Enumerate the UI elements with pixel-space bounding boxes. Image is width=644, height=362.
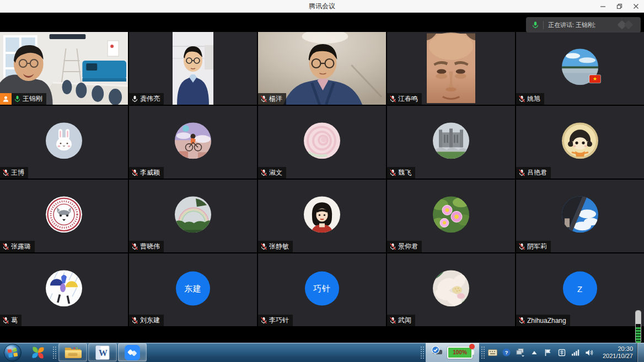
mic-muted-icon	[131, 317, 138, 324]
mic-muted-icon	[2, 169, 9, 176]
word-icon: W	[95, 345, 110, 360]
participant-tile[interactable]: 吕艳君	[516, 106, 644, 179]
window-titlebar: 腾讯会议	[0, 0, 644, 13]
word-taskbar-button[interactable]: W	[88, 343, 117, 361]
participant-tile[interactable]: 葛	[0, 253, 128, 326]
ime-keyboard-icon[interactable]	[488, 347, 497, 358]
participant-namebar: 龚伟亮	[129, 93, 164, 105]
participant-grid: 王锦刚龚伟亮楊洋江春鸣★姚旭王博李威颖淑文魏飞吕艳君张露璐曹晓伟张静敏景仰君阴军…	[0, 32, 644, 326]
speaking-text: 正在讲话: 王锦刚;	[548, 21, 595, 29]
participant-tile[interactable]: 楊洋	[258, 32, 386, 105]
participant-namebar: 淑文	[258, 167, 286, 179]
participant-tile[interactable]: 曹晓伟	[129, 180, 257, 252]
participant-tile[interactable]: 张静敏	[258, 180, 386, 252]
participant-tile[interactable]: 景仰君	[387, 180, 515, 252]
participant-name: 武闻	[398, 316, 411, 325]
participant-tile[interactable]: ZZhihuaZhang	[516, 253, 644, 326]
participant-tile[interactable]: 王锦刚	[0, 32, 128, 105]
participant-avatar	[46, 270, 82, 306]
scrollbar-thumb[interactable]	[636, 311, 641, 324]
participant-tile[interactable]: 张露璐	[0, 180, 128, 252]
network-signal-icon[interactable]	[571, 347, 580, 358]
participant-namebar: 李威颖	[129, 167, 164, 179]
scrollbar[interactable]	[635, 310, 641, 343]
participant-namebar: 刘东建	[129, 315, 164, 326]
mic-speaking-icon	[14, 95, 21, 102]
participant-tile[interactable]: 武闻	[387, 253, 515, 326]
power-plug-icon[interactable]	[431, 345, 444, 360]
toast-divider	[543, 21, 544, 29]
mic-muted-icon	[131, 169, 138, 176]
power-widget-panel: 100%	[426, 343, 479, 362]
speaking-toast: 正在讲话: 王锦刚;	[526, 17, 641, 33]
tencent-meeting-watermark-icon	[616, 20, 635, 30]
participant-name: 楊洋	[269, 94, 282, 104]
participant-name: 龚伟亮	[140, 94, 160, 104]
taskbar-apps: W	[0, 342, 147, 362]
show-desktop-button[interactable]	[637, 343, 644, 362]
volume-icon[interactable]	[584, 347, 594, 358]
participant-namebar: 吕艳君	[516, 167, 551, 179]
mic-muted-icon	[131, 243, 138, 250]
participant-tile[interactable]: 淑文	[258, 106, 386, 179]
participant-avatar: ★	[562, 48, 598, 85]
mic-muted-icon	[2, 317, 9, 324]
participant-tile[interactable]: 李威颖	[129, 106, 257, 179]
participant-tile[interactable]: 巧针李巧针	[258, 253, 386, 326]
participant-tile[interactable]: 魏飞	[387, 106, 515, 179]
help-icon[interactable]: ?	[502, 347, 511, 358]
participant-tile[interactable]: 东建刘东建	[129, 253, 257, 326]
battery-indicator[interactable]: 100%	[447, 347, 474, 359]
participant-name: 魏飞	[398, 168, 411, 177]
explorer-taskbar-button[interactable]	[58, 343, 87, 361]
clipboard-icon[interactable]	[557, 347, 566, 358]
explorer-icon	[64, 345, 82, 359]
participant-avatar	[304, 196, 340, 233]
participant-namebar: 姚旭	[516, 93, 544, 105]
participant-tile[interactable]: 王博	[0, 106, 128, 179]
start-button[interactable]	[1, 344, 25, 361]
participant-name: 张露璐	[11, 242, 31, 251]
participant-namebar: 王锦刚	[12, 93, 46, 105]
flag-icon[interactable]	[543, 347, 552, 358]
mic-muted-icon	[518, 169, 525, 176]
battery-tip	[473, 350, 474, 355]
svg-text:W: W	[99, 348, 108, 358]
participant-initials: 巧针	[313, 283, 331, 294]
participant-avatar	[46, 196, 82, 233]
toolbar-handle[interactable]	[420, 345, 425, 360]
tray-handle[interactable]	[480, 345, 485, 360]
window-controls	[594, 1, 644, 12]
window-switcher-icon[interactable]	[516, 347, 525, 358]
participant-avatar	[175, 196, 211, 233]
taskbar-clock[interactable]: 20:30 2021/10/27	[597, 345, 637, 360]
mic-on-icon	[131, 95, 138, 102]
pinned-apps-handle[interactable]	[52, 345, 57, 360]
participant-tile[interactable]: ★姚旭	[516, 32, 644, 105]
participant-avatar	[304, 122, 340, 159]
host-badge-icon	[0, 93, 12, 105]
minimize-button[interactable]	[594, 1, 611, 12]
mic-active-icon	[532, 21, 539, 29]
audio-level-meter	[636, 327, 641, 343]
window-title: 腾讯会议	[0, 2, 644, 11]
participant-namebar: 王博	[0, 167, 28, 179]
tencent-meeting-taskbar-button[interactable]	[118, 343, 147, 361]
mic-muted-icon	[518, 95, 525, 102]
svg-text:?: ?	[505, 350, 508, 355]
close-button[interactable]	[627, 1, 644, 12]
participant-namebar: 张静敏	[258, 241, 293, 252]
participant-avatar	[46, 122, 82, 159]
participant-name: 景仰君	[398, 242, 418, 251]
participant-name: 李巧针	[269, 316, 289, 325]
mic-muted-icon	[389, 169, 396, 176]
participant-tile[interactable]: 阴军莉	[516, 180, 644, 252]
battery-percent: 100%	[447, 347, 473, 359]
restore-button[interactable]	[611, 1, 627, 12]
show-hidden-icon[interactable]	[529, 347, 539, 358]
mic-muted-icon	[389, 95, 396, 102]
participant-tile[interactable]: 龚伟亮	[129, 32, 257, 105]
participant-name: 吕艳君	[527, 168, 547, 177]
participant-tile[interactable]: 江春鸣	[387, 32, 515, 105]
colorful-app-taskbar-button[interactable]	[26, 344, 50, 361]
